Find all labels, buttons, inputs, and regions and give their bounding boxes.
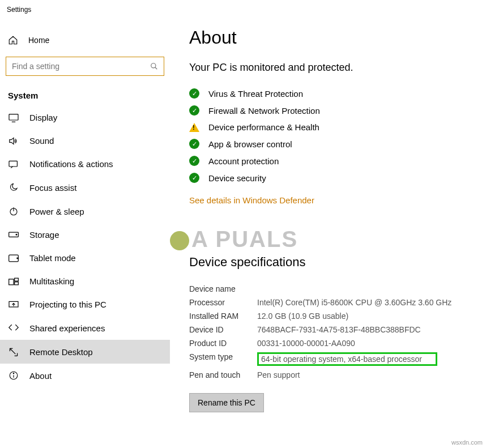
check-icon: ✓ xyxy=(189,173,199,183)
spec-value-system-type: 64-bit operating system, x64-based proce… xyxy=(257,352,475,366)
sidebar-item-label: Projecting to this PC xyxy=(29,300,106,309)
svg-point-8 xyxy=(16,234,17,235)
device-specs-heading: Device specifications xyxy=(189,255,475,270)
spec-label: Pen and touch xyxy=(189,370,257,379)
status-firewall: ✓ Firewall & Network Protection xyxy=(189,102,475,119)
status-label: Device performance & Health xyxy=(208,122,319,132)
svg-rect-13 xyxy=(15,281,19,284)
sidebar-item-power-sleep[interactable]: Power & sleep xyxy=(0,199,170,223)
about-icon xyxy=(8,370,19,381)
svg-point-18 xyxy=(13,373,14,374)
spec-label: Device ID xyxy=(189,325,257,334)
status-device-security: ✓ Device security xyxy=(189,169,475,186)
sidebar-home-label: Home xyxy=(28,36,49,45)
sidebar-item-multitasking[interactable]: Multitasking xyxy=(0,270,170,293)
sidebar-item-label: Shared experiences xyxy=(29,323,105,333)
window-title: Settings xyxy=(0,0,486,17)
sidebar-item-sound[interactable]: Sound xyxy=(0,129,170,152)
sidebar-home[interactable]: Home xyxy=(0,28,170,52)
sidebar-item-label: Storage xyxy=(29,230,59,240)
multitasking-icon xyxy=(8,277,19,286)
spec-row-ram: Installed RAM 12.0 GB (10.9 GB usable) xyxy=(189,309,475,323)
sidebar-item-label: Sound xyxy=(29,136,54,146)
sidebar: Home System Display Sound Notifications … xyxy=(0,17,170,448)
sidebar-item-shared-experiences[interactable]: Shared experiences xyxy=(0,316,170,340)
status-app-browser: ✓ App & browser control xyxy=(189,135,475,152)
sidebar-item-about[interactable]: About xyxy=(0,364,170,387)
check-icon: ✓ xyxy=(189,105,199,116)
shared-icon xyxy=(8,323,19,333)
svg-rect-12 xyxy=(15,278,19,281)
sound-icon xyxy=(8,136,19,146)
search-input-wrapper[interactable] xyxy=(6,57,164,76)
sidebar-item-storage[interactable]: Storage xyxy=(0,223,170,246)
status-label: Virus & Threat Protection xyxy=(208,89,303,99)
page-title: About xyxy=(189,27,475,48)
spec-row-system-type: System type 64-bit operating system, x64… xyxy=(189,350,475,368)
watermark-icon xyxy=(170,231,189,250)
sidebar-item-label: Multitasking xyxy=(29,276,74,286)
sidebar-item-label: Power & sleep xyxy=(29,207,84,216)
svg-line-1 xyxy=(155,67,157,70)
spec-value: 12.0 GB (10.9 GB usable) xyxy=(257,312,475,321)
spec-value: 00331-10000-00001-AA090 xyxy=(257,339,475,348)
device-specs-table: Device name Processor Intel(R) Core(TM) … xyxy=(189,282,475,382)
storage-icon xyxy=(8,231,19,239)
watermark: A PUALS xyxy=(170,227,298,252)
protection-heading: Your PC is monitored and protected. xyxy=(189,62,475,74)
status-label: Account protection xyxy=(208,156,279,166)
status-label: Firewall & Network Protection xyxy=(208,106,320,116)
search-input[interactable] xyxy=(12,62,150,71)
sidebar-item-tablet-mode[interactable]: Tablet mode xyxy=(0,246,170,270)
search-icon xyxy=(150,62,158,70)
search-container xyxy=(6,57,164,76)
sidebar-item-label: Tablet mode xyxy=(29,253,76,263)
home-icon xyxy=(8,35,18,45)
focus-assist-icon xyxy=(8,182,19,193)
sidebar-item-remote-desktop[interactable]: Remote Desktop xyxy=(0,340,170,364)
spec-value xyxy=(257,284,475,293)
tablet-icon xyxy=(8,254,19,263)
svg-rect-4 xyxy=(9,161,17,167)
status-label: Device security xyxy=(208,173,266,183)
check-icon: ✓ xyxy=(189,88,199,99)
defender-link[interactable]: See details in Windows Defender xyxy=(189,195,314,205)
sidebar-item-projecting[interactable]: Projecting to this PC xyxy=(0,293,170,316)
sidebar-item-focus-assist[interactable]: Focus assist xyxy=(0,176,170,199)
power-icon xyxy=(8,206,19,216)
protection-status-list: ✓ Virus & Threat Protection ✓ Firewall &… xyxy=(189,85,475,186)
sidebar-item-notifications[interactable]: Notifications & actions xyxy=(0,152,170,176)
spec-label: Processor xyxy=(189,298,257,307)
spec-label: System type xyxy=(189,352,257,366)
warning-icon xyxy=(189,123,199,132)
svg-point-10 xyxy=(17,258,18,259)
check-icon: ✓ xyxy=(189,156,199,166)
svg-rect-11 xyxy=(9,279,14,284)
spec-row-processor: Processor Intel(R) Core(TM) i5-8600K CPU… xyxy=(189,296,475,309)
sidebar-item-label: Notifications & actions xyxy=(29,159,113,169)
sidebar-item-label: Remote Desktop xyxy=(29,347,93,357)
sidebar-item-label: About xyxy=(29,371,52,381)
projecting-icon xyxy=(8,300,19,309)
content-area: About Your PC is monitored and protected… xyxy=(170,17,486,448)
status-label: App & browser control xyxy=(208,139,292,149)
spec-value: Pen support xyxy=(257,370,475,379)
spec-row-device-name: Device name xyxy=(189,282,475,296)
spec-row-pen-touch: Pen and touch Pen support xyxy=(189,368,475,382)
check-icon: ✓ xyxy=(189,139,199,149)
status-account-protection: ✓ Account protection xyxy=(189,152,475,169)
credit-text: wsxdn.com xyxy=(451,439,483,446)
spec-row-device-id: Device ID 7648BACF-7931-4A75-813F-48BBC3… xyxy=(189,323,475,336)
spec-label: Product ID xyxy=(189,339,257,348)
svg-rect-2 xyxy=(9,114,18,120)
status-device-performance: Device performance & Health xyxy=(189,119,475,135)
spec-label: Installed RAM xyxy=(189,312,257,321)
notifications-icon xyxy=(8,160,19,169)
remote-desktop-icon xyxy=(8,347,19,357)
status-virus-threat: ✓ Virus & Threat Protection xyxy=(189,85,475,102)
rename-pc-button[interactable]: Rename this PC xyxy=(189,393,264,412)
sidebar-item-display[interactable]: Display xyxy=(0,106,170,129)
sidebar-item-label: Focus assist xyxy=(29,183,76,193)
spec-label: Device name xyxy=(189,284,257,293)
sidebar-group-system: System xyxy=(0,87,170,106)
